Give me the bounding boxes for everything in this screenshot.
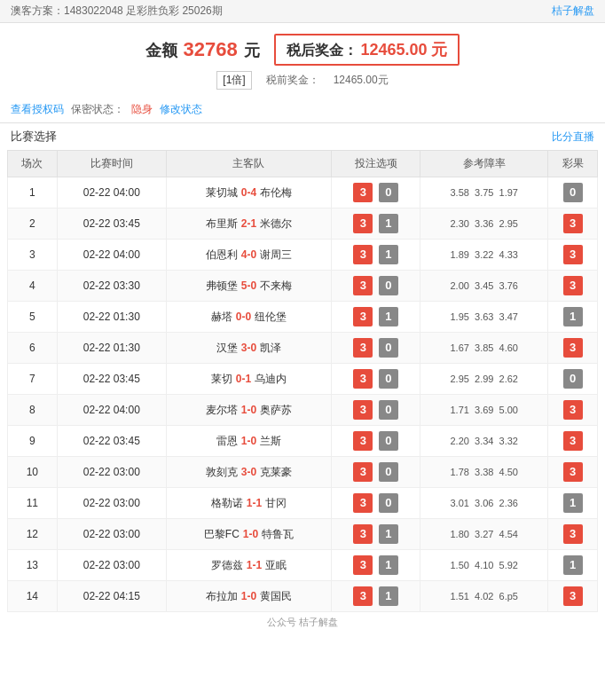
match-score: 1-0: [241, 404, 256, 416]
cell-time: 02-22 04:00: [57, 240, 166, 271]
watermark: 公众号 桔子解盘: [0, 612, 605, 633]
bet-badge-2: 0: [379, 431, 398, 451]
match-score: 1-0: [241, 590, 256, 602]
nav-modify[interactable]: 修改状态: [160, 102, 202, 117]
match-score: 0-4: [241, 186, 256, 199]
toolbar: 比赛选择 比分直播: [7, 123, 598, 150]
bet-badge-2: 1: [379, 524, 398, 544]
cell-bet: 3 1: [332, 519, 420, 550]
cell-no: 11: [8, 488, 58, 519]
cell-teams: 莱切城 0-4 布伦梅: [166, 177, 331, 208]
multiplier: [1倍]: [216, 71, 251, 90]
bet-badge-1: 3: [353, 369, 373, 389]
nav-auth[interactable]: 查看授权码: [11, 102, 64, 117]
result-badge: 3: [563, 431, 583, 451]
bet-badge-1: 3: [353, 462, 373, 482]
away-team: 甘冈: [265, 496, 287, 511]
cell-teams: 罗德兹 1-1 亚眠: [166, 550, 331, 581]
result-badge: 3: [563, 338, 583, 358]
pre-tax-value: 12465.00元: [334, 73, 389, 88]
amount-display: 金额 32768 元: [145, 38, 260, 61]
table-header-row: 场次 比赛时间 主客队 投注选项 参考障率 彩果: [8, 151, 598, 177]
cell-result: 1: [548, 488, 598, 519]
cell-no: 12: [8, 519, 58, 550]
home-team: 莱切城: [206, 185, 238, 201]
bet-badge-2: 0: [379, 462, 398, 482]
cell-time: 02-22 04:00: [57, 177, 166, 208]
table-row: 11 02-22 03:00 格勒诺 1-1 甘冈 3 0 3.01 3.06 …: [8, 488, 598, 519]
toolbar-right[interactable]: 比分直播: [552, 130, 594, 145]
cell-time: 02-22 03:45: [57, 364, 166, 395]
cell-odds: 1.67 3.85 4.60: [420, 333, 548, 364]
tax-label: 税后奖金：: [287, 43, 358, 58]
match-score: 1-0: [243, 528, 258, 540]
nav-bar: 查看授权码 保密状态： 隐身 修改状态: [0, 97, 605, 123]
cell-time: 02-22 01:30: [57, 302, 166, 333]
cell-no: 5: [8, 302, 58, 333]
home-team: 巴黎FC: [204, 527, 240, 542]
home-team: 布拉加: [206, 589, 238, 604]
cell-result: 1: [548, 302, 598, 333]
cell-teams: 格勒诺 1-1 甘冈: [166, 488, 331, 519]
top-bar-right[interactable]: 桔子解盘: [552, 4, 594, 19]
cell-bet: 3 0: [332, 177, 420, 208]
cell-odds: 2.30 3.36 2.95: [420, 208, 548, 240]
bet-badge-2: 1: [379, 307, 398, 326]
cell-odds: 3.58 3.75 1.97: [420, 177, 548, 208]
bet-badge-2: 1: [379, 555, 398, 575]
bet-badge-2: 0: [379, 493, 398, 513]
result-badge: 3: [563, 586, 583, 606]
table-row: 14 02-22 04:15 布拉加 1-0 黄国民 3 1 1.51 4.02…: [8, 581, 598, 612]
home-team: 罗德兹: [211, 558, 243, 573]
bet-badge-1: 3: [353, 555, 373, 575]
cell-time: 02-22 03:45: [57, 208, 166, 240]
col-odds: 参考障率: [420, 151, 548, 177]
home-team: 莱切: [211, 372, 232, 387]
cell-result: 3: [548, 581, 598, 612]
nav-hidden[interactable]: 隐身: [131, 102, 153, 117]
matches-table: 场次 比赛时间 主客队 投注选项 参考障率 彩果 1 02-22 04:00 莱…: [7, 150, 598, 612]
cell-bet: 3 1: [332, 550, 420, 581]
sub-row: [1倍] 税前奖金： 12465.00元: [14, 71, 591, 90]
cell-result: 3: [548, 271, 598, 302]
away-team: 布伦梅: [260, 185, 292, 201]
cell-bet: 3 1: [332, 581, 420, 612]
bet-badge-2: 0: [379, 400, 398, 420]
header-section: 金额 32768 元 税后奖金： 12465.00 元 [1倍] 税前奖金： 1…: [0, 23, 605, 97]
cell-result: 3: [548, 240, 598, 271]
result-badge: 3: [563, 276, 583, 295]
cell-teams: 布里斯 2-1 米德尔: [166, 208, 331, 240]
amount-value: 32768: [184, 38, 238, 60]
cell-teams: 雷恩 1-0 兰斯: [166, 426, 331, 457]
pre-tax-label: 税前奖金：: [266, 73, 319, 88]
col-time: 比赛时间: [57, 151, 166, 177]
bet-badge-1: 3: [353, 183, 373, 202]
cell-teams: 伯恩利 4-0 谢周三: [166, 240, 331, 271]
cell-no: 2: [8, 208, 58, 240]
cell-teams: 布拉加 1-0 黄国民: [166, 581, 331, 612]
cell-time: 02-22 03:00: [57, 488, 166, 519]
bet-badge-2: 1: [379, 586, 398, 606]
result-badge: 1: [563, 555, 583, 575]
cell-teams: 莱切 0-1 乌迪内: [166, 364, 331, 395]
away-team: 不来梅: [260, 279, 292, 294]
amount-label: 金额: [145, 42, 177, 59]
home-team: 敦刻克: [206, 465, 238, 480]
home-team: 格勒诺: [211, 496, 243, 511]
bet-badge-1: 3: [353, 338, 373, 358]
cell-bet: 3 1: [332, 208, 420, 240]
match-score: 1-1: [247, 497, 262, 509]
table-row: 7 02-22 03:45 莱切 0-1 乌迪内 3 0 2.95 2.99 2…: [8, 364, 598, 395]
bet-badge-2: 0: [379, 369, 398, 389]
cell-bet: 3 0: [332, 426, 420, 457]
table-row: 3 02-22 04:00 伯恩利 4-0 谢周三 3 1 1.89 3.22 …: [8, 240, 598, 271]
cell-odds: 1.89 3.22 4.33: [420, 240, 548, 271]
home-team: 赫塔: [211, 310, 232, 325]
cell-time: 02-22 03:00: [57, 457, 166, 488]
cell-no: 10: [8, 457, 58, 488]
away-team: 米德尔: [260, 216, 292, 232]
cell-time: 02-22 03:00: [57, 519, 166, 550]
table-row: 4 02-22 03:30 弗顿堡 5-0 不来梅 3 0 2.00 3.45 …: [8, 271, 598, 302]
match-score: 5-0: [241, 279, 256, 292]
cell-teams: 汉堡 3-0 凯泽: [166, 333, 331, 364]
